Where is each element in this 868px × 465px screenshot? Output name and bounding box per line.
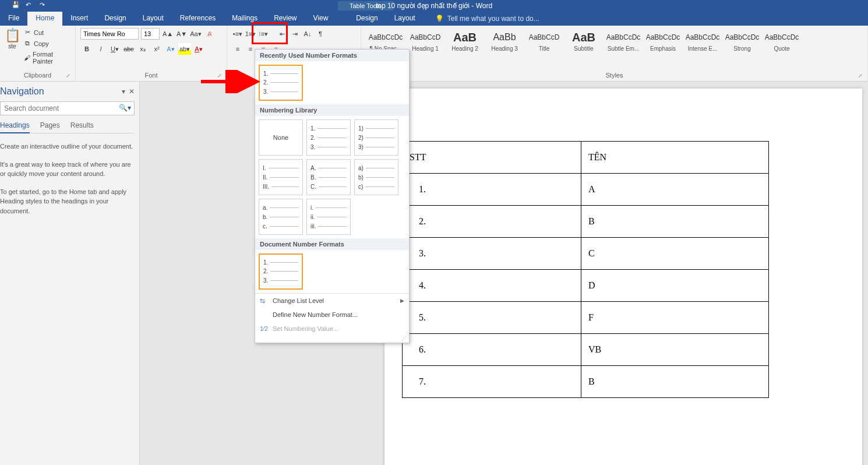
tab-review[interactable]: Review — [266, 12, 305, 26]
navigation-title: Navigation — [0, 86, 44, 97]
subscript-button[interactable]: x₂ — [136, 43, 149, 55]
clear-formatting-button[interactable]: A̷ — [204, 28, 216, 40]
group-label-clipboard: Clipboard⤢ — [5, 71, 70, 81]
set-numbering-value-item: 1⁄2Set Numbering Value... — [255, 322, 409, 336]
tab-layout[interactable]: Layout — [135, 12, 172, 26]
italic-button[interactable]: I — [94, 43, 107, 55]
title-bar: 💾 ↶ ↷ Table Tools top 10 người đẹp nhất … — [0, 0, 868, 12]
group-label-font: Font⤢ — [80, 71, 222, 81]
decrease-indent-button[interactable]: ⇤ — [276, 28, 288, 40]
redo-icon[interactable]: ↷ — [40, 1, 49, 10]
superscript-button[interactable]: x² — [150, 43, 163, 55]
list-level-icon: ⇆ — [260, 297, 265, 305]
text-effects-button[interactable]: A▾ — [164, 43, 177, 55]
style-item[interactable]: AaBHeading 2 — [445, 28, 485, 53]
navigation-search[interactable]: 🔍▾ — [0, 101, 135, 115]
sort-button[interactable]: A↓ — [302, 28, 313, 40]
change-case-button[interactable]: Aa▾ — [190, 28, 202, 40]
brush-icon: 🖌 — [23, 54, 30, 61]
nav-tab-pages[interactable]: Pages — [40, 121, 60, 129]
style-item[interactable]: AaBbHeading 3 — [485, 28, 524, 53]
num-option-fmt_123[interactable]: 1.2.3. — [306, 119, 351, 156]
navigation-body: Create an interactive outline of your do… — [0, 133, 139, 216]
styles-gallery[interactable]: AaBbCcDc¶ No Spac...AaBbCcDHeading 1AaBH… — [366, 28, 802, 53]
strikethrough-button[interactable]: abc — [122, 43, 135, 55]
style-item[interactable]: AaBbCcDcEmphasis — [643, 28, 683, 53]
tab-table-design[interactable]: Design — [348, 12, 386, 26]
num-option-123-doc[interactable]: 1.2.3. — [259, 253, 303, 290]
copy-button[interactable]: ⧉Copy — [22, 39, 70, 48]
change-list-level-item[interactable]: ⇆Change List Level▶ — [255, 294, 409, 308]
tab-design[interactable]: Design — [96, 12, 134, 26]
styles-launcher-icon[interactable]: ⤢ — [858, 73, 863, 79]
num-option-fmt_ABC[interactable]: A.B.C. — [306, 159, 351, 195]
style-item[interactable]: AaBbCcDcStrong — [722, 28, 762, 53]
quick-access-toolbar: 💾 ↶ ↷ — [0, 1, 49, 10]
tab-table-layout[interactable]: Layout — [386, 12, 424, 26]
show-marks-button[interactable]: ¶ — [315, 28, 326, 40]
ribbon-tabs: File Home Insert Design Layout Reference… — [0, 12, 868, 26]
section-numbering-library: Numbering Library — [255, 104, 409, 116]
increase-indent-button[interactable]: ⇥ — [289, 28, 301, 40]
bulb-icon: 💡 — [435, 15, 444, 23]
document-area[interactable]: STTTÊN1.A2.B3.C4.D5.F6.VB7.B — [140, 82, 868, 465]
navigation-close[interactable]: ▾✕ — [122, 87, 135, 96]
chevron-right-icon: ▶ — [400, 298, 404, 304]
style-item[interactable]: AaBbCcDcIntense E... — [683, 28, 722, 53]
cut-button[interactable]: ✂Cut — [22, 28, 70, 37]
group-styles: AaBbCcDc¶ No Spac...AaBbCcDHeading 1AaBH… — [361, 26, 868, 81]
font-size-input[interactable] — [141, 28, 160, 40]
multilevel-list-button[interactable]: ⁝≡▾ — [257, 28, 269, 40]
tab-mailings[interactable]: Mailings — [224, 12, 266, 26]
grow-font-button[interactable]: A▲ — [162, 28, 174, 40]
format-painter-button[interactable]: 🖌Format Painter — [22, 50, 70, 65]
numbering-button[interactable]: 1≡▾ — [245, 28, 256, 40]
num-option-none[interactable]: None — [259, 119, 303, 156]
resize-grip-icon[interactable]: ⋰ — [255, 336, 409, 343]
group-font: A▲ A▼ Aa▾ A̷ B I U▾ abc x₂ x² A▾ ab▾ A▾ … — [76, 26, 227, 81]
align-left-button[interactable]: ≡ — [232, 43, 244, 55]
clipboard-launcher-icon[interactable]: ⤢ — [66, 73, 70, 79]
underline-button[interactable]: U▾ — [108, 43, 121, 55]
bold-button[interactable]: B — [80, 43, 93, 55]
font-name-input[interactable] — [80, 28, 139, 40]
navigation-tabs: Headings Pages Results — [0, 121, 135, 133]
bullets-button[interactable]: •≡▾ — [232, 28, 244, 40]
close-icon[interactable]: ✕ — [129, 87, 135, 96]
highlight-button[interactable]: ab▾ — [178, 43, 191, 55]
nav-tab-results[interactable]: Results — [70, 121, 94, 129]
style-item[interactable]: AaBSubtitle — [564, 28, 604, 53]
paste-button[interactable]: 📋ste — [5, 28, 20, 50]
num-option-fmt_paren[interactable]: 1)2)3) — [354, 119, 398, 156]
document-page[interactable]: STTTÊN1.A2.B3.C4.D5.F6.VB7.B — [384, 89, 862, 465]
font-color-button[interactable]: A▾ — [192, 43, 205, 55]
save-icon[interactable]: 💾 — [12, 1, 21, 10]
undo-icon[interactable]: ↶ — [26, 1, 35, 10]
style-item[interactable]: AaBbCcDcQuote — [762, 28, 802, 53]
tab-references[interactable]: References — [172, 12, 224, 26]
group-clipboard: 📋ste ✂Cut ⧉Copy 🖌Format Painter Clipboar… — [0, 26, 76, 81]
font-launcher-icon[interactable]: ⤢ — [217, 73, 222, 79]
document-title: top 10 người đẹp nhất thế giới - Word — [376, 2, 492, 10]
tell-me-search[interactable]: 💡 Tell me what you want to do... — [435, 12, 539, 26]
search-input[interactable] — [0, 101, 135, 115]
ribbon: 📋ste ✂Cut ⧉Copy 🖌Format Painter Clipboar… — [0, 26, 868, 82]
num-option-fmt_roman[interactable]: I.II.III. — [259, 159, 303, 195]
define-new-number-format-item[interactable]: Define New Number Format... — [255, 308, 409, 322]
section-recently-used: Recently Used Number Formats — [255, 50, 409, 61]
nav-tab-headings[interactable]: Headings — [0, 121, 30, 133]
num-option-123-recent[interactable]: 1.2.3. — [259, 65, 303, 101]
style-item[interactable]: AaBbCcDHeading 1 — [405, 28, 445, 53]
tab-home[interactable]: Home — [27, 12, 62, 26]
tab-insert[interactable]: Insert — [62, 12, 96, 26]
num-option-fmt_abc_paren[interactable]: a)b)c) — [354, 159, 398, 195]
shrink-font-button[interactable]: A▼ — [176, 28, 188, 40]
num-option-fmt_i[interactable]: i.ii.iii. — [306, 199, 351, 235]
document-table[interactable]: STTTÊN1.A2.B3.C4.D5.F6.VB7.B — [402, 141, 769, 398]
search-icon[interactable]: 🔍▾ — [119, 104, 131, 112]
tab-view[interactable]: View — [305, 12, 337, 26]
style-item[interactable]: AaBbCcDTitle — [524, 28, 564, 53]
num-option-fmt_abc[interactable]: a.b.c. — [259, 199, 303, 235]
tab-file[interactable]: File — [0, 12, 27, 26]
style-item[interactable]: AaBbCcDcSubtle Em... — [604, 28, 643, 53]
